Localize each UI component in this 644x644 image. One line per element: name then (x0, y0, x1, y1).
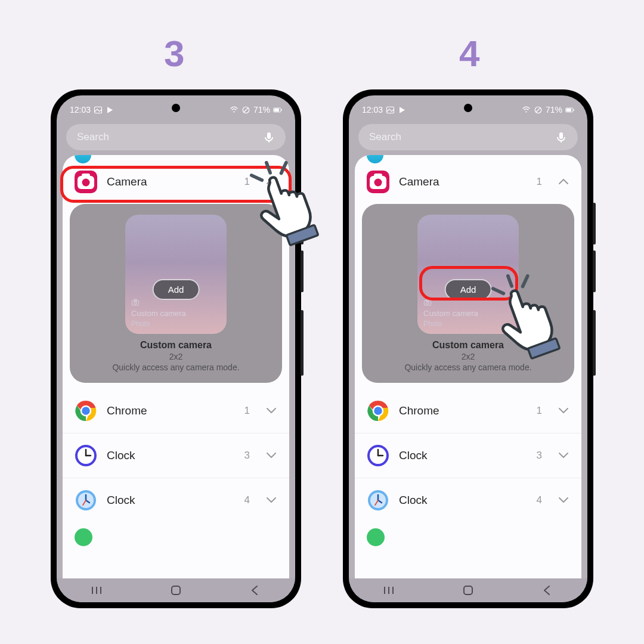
volume-down-button[interactable] (301, 250, 304, 292)
svg-point-37 (525, 111, 527, 112)
clock-samsung-label: Clock (399, 449, 428, 462)
home-button[interactable] (169, 583, 183, 597)
svg-line-39 (536, 107, 541, 112)
chevron-up-icon (265, 176, 277, 188)
clock-samsung-icon (367, 444, 389, 467)
clock-google-row[interactable]: Clock 4 (63, 478, 289, 522)
gallery-icon (94, 106, 103, 114)
svg-point-29 (134, 302, 137, 304)
svg-point-22 (233, 111, 234, 112)
chrome-row[interactable]: Chrome 1 (355, 389, 581, 434)
chevron-up-icon (558, 176, 569, 188)
widget-size: 2x2 (82, 352, 270, 361)
clock-samsung-label: Clock (107, 449, 135, 462)
back-button[interactable] (540, 583, 555, 597)
home-button[interactable] (461, 583, 475, 597)
add-widget-button[interactable]: Add (153, 279, 200, 300)
preview-subtitle: Photo (423, 320, 442, 328)
clock-samsung-icon (75, 444, 97, 467)
front-camera-hole (172, 104, 180, 112)
preview-camera-icon (423, 298, 432, 306)
widget-title: Custom camera (374, 340, 562, 351)
status-time: 12:03 (362, 105, 383, 114)
volume-up-button[interactable] (301, 203, 304, 244)
preview-title: Custom camera (423, 309, 478, 318)
camera-row-count: 1 (537, 176, 542, 188)
svg-point-44 (426, 302, 429, 304)
chrome-row-label: Chrome (107, 404, 147, 417)
chevron-down-icon (265, 494, 277, 506)
phone-step-4: 12:03 71% Search Camera 1 (343, 89, 593, 608)
camera-row-label: Camera (399, 175, 439, 188)
chrome-row[interactable]: Chrome 1 (63, 389, 289, 434)
preview-subtitle: Photo (131, 320, 150, 328)
power-button[interactable] (301, 310, 304, 376)
search-placeholder: Search (77, 131, 109, 143)
clock-samsung-count: 3 (244, 450, 250, 462)
chrome-row-label: Chrome (399, 404, 439, 417)
add-widget-button[interactable]: Add (445, 279, 492, 300)
mic-icon[interactable] (263, 131, 275, 143)
volume-up-button[interactable] (593, 203, 596, 244)
clock-samsung-count: 3 (537, 450, 542, 462)
widget-preview[interactable]: Add Custom camera Photo (125, 215, 227, 334)
clock-samsung-row[interactable]: Clock 3 (63, 434, 289, 478)
step-number-4: 4 (459, 32, 479, 75)
clock-samsung-row[interactable]: Clock 3 (355, 434, 581, 478)
preview-title: Custom camera (131, 309, 186, 318)
widget-list-panel: Camera 1 Add Custom camera Photo Custom … (355, 155, 581, 578)
wifi-icon (230, 106, 239, 114)
search-placeholder: Search (369, 131, 401, 143)
svg-rect-42 (573, 109, 574, 111)
battery-icon (565, 106, 574, 114)
next-app-peek (367, 528, 385, 546)
widget-description: Quickly access any camera mode. (82, 363, 270, 372)
search-bar[interactable]: Search (358, 124, 578, 150)
chrome-row-count: 1 (244, 405, 250, 417)
dnd-icon (242, 106, 250, 114)
battery-icon (273, 106, 282, 114)
power-button[interactable] (593, 310, 596, 376)
battery-percent: 71% (253, 105, 270, 114)
recents-button[interactable] (382, 583, 396, 597)
widget-preview[interactable]: Add Custom camera Photo (417, 215, 519, 334)
gallery-icon (386, 106, 395, 114)
search-bar[interactable]: Search (66, 124, 286, 150)
widget-description: Quickly access any camera mode. (374, 363, 562, 372)
widget-title: Custom camera (82, 340, 270, 351)
clock-google-count: 4 (537, 494, 542, 506)
chevron-down-icon (558, 405, 569, 417)
play-store-icon (398, 106, 407, 114)
mic-icon[interactable] (555, 131, 567, 143)
chevron-down-icon (558, 494, 569, 506)
chevron-down-icon (265, 450, 277, 462)
phone-step-3: 12:03 71% Search Camera 1 (51, 89, 301, 608)
camera-row[interactable]: Camera 1 (355, 155, 581, 204)
camera-widget-panel: Add Custom camera Photo Custom camera 2x… (362, 204, 574, 383)
clock-google-count: 4 (244, 494, 250, 506)
chevron-down-icon (558, 450, 569, 462)
clock-google-row[interactable]: Clock 4 (355, 478, 581, 522)
svg-rect-41 (566, 109, 571, 112)
camera-row[interactable]: Camera 1 (63, 155, 289, 204)
svg-rect-34 (172, 586, 180, 595)
svg-marker-21 (107, 107, 113, 113)
camera-row-label: Camera (107, 175, 147, 188)
widget-list-panel: Camera 1 Add Custom camera Photo Custom … (63, 155, 289, 578)
back-button[interactable] (248, 583, 262, 597)
status-time: 12:03 (70, 105, 91, 114)
volume-down-button[interactable] (593, 250, 596, 292)
next-app-peek (75, 528, 92, 546)
dnd-icon (534, 106, 543, 114)
camera-app-icon (75, 171, 97, 193)
preview-camera-icon (131, 298, 140, 306)
clock-google-icon (75, 489, 97, 512)
nav-bar (57, 578, 295, 602)
camera-app-icon (367, 171, 389, 193)
chrome-app-icon (367, 400, 389, 422)
chevron-down-icon (265, 405, 277, 417)
recents-button[interactable] (89, 583, 104, 597)
svg-rect-49 (464, 586, 472, 595)
svg-rect-30 (134, 299, 137, 301)
battery-percent: 71% (546, 105, 562, 114)
